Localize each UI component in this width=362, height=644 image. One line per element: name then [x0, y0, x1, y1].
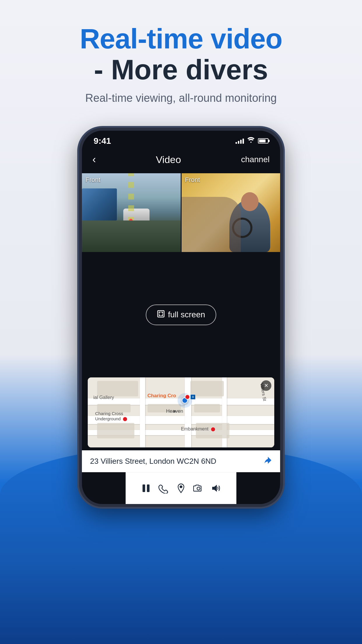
wifi-icon [247, 137, 254, 145]
svg-point-3 [180, 486, 182, 488]
status-bar: 9:41 [82, 131, 280, 149]
phone-shell: 9:41 [79, 128, 283, 507]
map-label-embankment: Embankment [181, 426, 215, 432]
svg-rect-2 [147, 484, 150, 492]
location-button[interactable] [172, 480, 190, 497]
fullscreen-icon [157, 310, 165, 320]
navigate-icon[interactable] [264, 456, 272, 466]
channel-button[interactable]: channel [241, 155, 270, 164]
hero-title-dark: - More divers [17, 54, 345, 85]
map-label-gallery: ial Gallery [93, 395, 114, 400]
fullscreen-label: full screen [168, 310, 205, 319]
pause-button[interactable] [137, 480, 155, 497]
svg-rect-1 [143, 484, 145, 492]
interior-camera-cell[interactable]: Front [182, 173, 280, 252]
bus-shape [82, 188, 117, 220]
rail-icon-charing: = [190, 394, 196, 400]
signal-bars-icon [236, 138, 244, 144]
phone-mockup: 9:41 [79, 128, 283, 507]
bottom-controls [126, 472, 236, 504]
hero-section: Real-time video - More divers Real-time … [0, 0, 362, 116]
fullscreen-button[interactable]: full screen [146, 304, 216, 325]
front-road-view [82, 173, 181, 252]
tube-icon-charing [185, 394, 190, 400]
interior-view [182, 173, 280, 252]
hero-subtitle: Real-time viewing, all-round monitoring [17, 92, 345, 104]
map-close-button[interactable]: ✕ [261, 380, 271, 391]
status-time: 9:41 [94, 136, 111, 146]
map-section: ial Gallery Charing Cro = [82, 377, 280, 450]
map-label-charing-cro: Charing Cro [147, 393, 176, 399]
svg-rect-0 [158, 311, 164, 317]
nav-bar: ‹ Video channel [82, 149, 280, 170]
fullscreen-area: full screen [82, 252, 280, 377]
battery-icon [258, 138, 268, 144]
svg-point-4 [197, 487, 200, 490]
address-text: 23 Villiers Street, London WC2N 6ND [90, 457, 216, 466]
video-section: Front Front [82, 170, 280, 504]
hero-title-blue: Real-time video [17, 23, 345, 54]
volume-button[interactable] [207, 480, 225, 497]
heaven-dot [173, 410, 175, 412]
status-icons [236, 137, 268, 145]
camera-grid: Front Front [82, 173, 280, 252]
front-camera-cell[interactable]: Front [82, 173, 181, 252]
camera-button[interactable] [190, 480, 207, 497]
back-button[interactable]: ‹ [92, 153, 96, 166]
map-background: ial Gallery Charing Cro = [88, 377, 274, 447]
map-container[interactable]: ial Gallery Charing Cro = [88, 377, 274, 447]
address-bar: 23 Villiers Street, London WC2N 6ND [82, 450, 280, 472]
call-button[interactable] [155, 480, 172, 497]
map-label-underground: Charing CrossUnderground [95, 411, 128, 421]
front-camera-label: Front [85, 176, 100, 184]
interior-camera-label: Front [185, 176, 200, 184]
nav-title: Video [156, 154, 181, 165]
